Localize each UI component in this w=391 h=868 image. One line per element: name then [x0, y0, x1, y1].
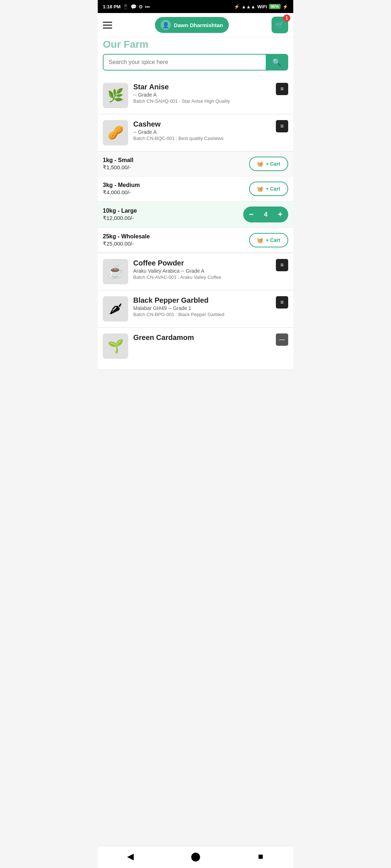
search-button[interactable]: 🔍: [266, 55, 287, 70]
details-icon-star-anise[interactable]: ≡: [276, 83, 288, 95]
details-icon-black-pepper[interactable]: ≡: [276, 296, 288, 309]
size-info-3kg: 3kg - Medium ₹4,000.00/-: [103, 182, 140, 196]
qty-value-10kg: 4: [259, 211, 272, 218]
product-name-cashew: Cashew: [133, 120, 271, 128]
product-item-green-cardamom: 🌱 Green Cardamom —: [98, 328, 293, 370]
product-grade-coffee-powder: Araku Valley Arabica -- Grade A: [133, 268, 271, 274]
add-cart-label-3kg: + Cart: [266, 186, 280, 192]
add-cart-button-3kg[interactable]: 🧺 + Cart: [249, 182, 288, 196]
cart-badge: 1: [283, 14, 290, 22]
product-image-coffee-powder: ☕: [103, 259, 128, 284]
product-batch-star-anise: Batch CN-SAHQ-001 : Star Anise High Qual…: [133, 98, 271, 104]
page-title: Our Farm: [103, 39, 288, 50]
header: 👤 Dawn Dharmishtan 🛒 1: [98, 13, 293, 37]
bluetooth-icon: ⚡: [234, 4, 240, 9]
product-info-black-pepper: Black Pepper Garbled Malabar GI#49 -- Gr…: [133, 296, 271, 317]
product-item-coffee-powder: ☕ Coffee Powder Araku Valley Arabica -- …: [98, 253, 293, 290]
product-grade-star-anise: -- Grade A: [133, 92, 271, 98]
dots-icon: •••: [145, 4, 150, 9]
product-info-coffee-powder: Coffee Powder Araku Valley Arabica -- Gr…: [133, 259, 271, 280]
whatsapp-icon: 📱: [123, 4, 129, 9]
size-row-10kg: 10kg - Large ₹12,000.00/- − 4 +: [98, 201, 293, 228]
user-avatar-icon: 👤: [161, 20, 171, 30]
basket-icon-1kg: 🧺: [257, 161, 263, 167]
qty-control-10kg: − 4 +: [243, 207, 288, 222]
product-info-green-cardamom: Green Cardamom: [133, 333, 271, 342]
status-left: 1:18 PM 📱 💬 ⊙ •••: [103, 4, 150, 9]
cashew-size-options: 1kg - Small ₹1,500.00/- 🧺 + Cart 3kg - M…: [98, 152, 293, 253]
size-price-3kg: ₹4,000.00/-: [103, 189, 140, 196]
product-list: 🌿 Star Anise -- Grade A Batch CN-SAHQ-00…: [98, 77, 293, 370]
size-price-10kg: ₹12,000.00/-: [103, 215, 137, 221]
status-right: ⚡ ▲▲▲ WiFi 95% ⚡: [234, 4, 288, 9]
product-info-cashew: Cashew -- Grade A Batch CN-BQC-001 : Bes…: [133, 120, 271, 141]
product-image-green-cardamom: 🌱: [103, 333, 128, 359]
size-label-10kg: 10kg - Large: [103, 208, 137, 214]
menu-button[interactable]: [103, 22, 112, 29]
product-item-star-anise: 🌿 Star Anise -- Grade A Batch CN-SAHQ-00…: [98, 77, 293, 114]
product-item-black-pepper: 🌶 Black Pepper Garbled Malabar GI#49 -- …: [98, 290, 293, 328]
size-row-1kg: 1kg - Small ₹1,500.00/- 🧺 + Cart: [98, 152, 293, 176]
add-cart-button-1kg[interactable]: 🧺 + Cart: [249, 157, 288, 171]
size-row-3kg: 3kg - Medium ₹4,000.00/- 🧺 + Cart: [98, 176, 293, 201]
size-info-1kg: 1kg - Small ₹1,500.00/-: [103, 157, 133, 171]
details-icon-cashew[interactable]: ≡: [276, 120, 288, 132]
details-icon-coffee-powder[interactable]: ≡: [276, 259, 288, 271]
product-image-cashew: 🥜: [103, 120, 128, 145]
product-batch-cashew: Batch CN-BQC-001 : Best quality Cashews: [133, 136, 271, 141]
user-name-label: Dawn Dharmishtan: [174, 22, 223, 28]
search-bar: 🔍: [103, 54, 288, 71]
cart-button[interactable]: 🛒 1: [272, 17, 288, 33]
product-grade-black-pepper: Malabar GI#49 -- Grade 1: [133, 305, 271, 311]
circle-icon: ⊙: [139, 4, 143, 9]
search-icon: 🔍: [272, 58, 281, 67]
basket-icon-3kg: 🧺: [257, 186, 263, 192]
size-price-25kg: ₹25,000.00/-: [103, 241, 150, 247]
add-cart-label-25kg: + Cart: [266, 237, 280, 243]
qty-increase-10kg[interactable]: +: [272, 207, 288, 222]
message-icon: 💬: [131, 4, 136, 9]
product-item-cashew: 🥜 Cashew -- Grade A Batch CN-BQC-001 : B…: [98, 114, 293, 152]
search-input[interactable]: [104, 55, 266, 70]
search-area: 🔍: [98, 50, 293, 77]
size-row-25kg: 25kg - Wholesale ₹25,000.00/- 🧺 + Cart: [98, 228, 293, 253]
size-label-1kg: 1kg - Small: [103, 157, 133, 163]
product-info-star-anise: Star Anise -- Grade A Batch CN-SAHQ-001 …: [133, 83, 271, 104]
page-title-area: Our Farm: [98, 37, 293, 50]
product-batch-black-pepper: Batch CN-BPG-001 : Black Pepper Garbled: [133, 312, 271, 317]
signal-icon: ▲▲▲: [241, 4, 256, 9]
product-name-star-anise: Star Anise: [133, 83, 271, 91]
qty-decrease-10kg[interactable]: −: [243, 207, 259, 222]
details-icon-green-cardamom[interactable]: —: [276, 333, 288, 346]
charge-icon: ⚡: [282, 4, 288, 9]
size-label-25kg: 25kg - Wholesale: [103, 233, 150, 240]
product-image-black-pepper: 🌶: [103, 296, 128, 322]
size-info-10kg: 10kg - Large ₹12,000.00/-: [103, 208, 137, 221]
product-image-star-anise: 🌿: [103, 83, 128, 108]
wifi-icon: WiFi: [257, 4, 267, 9]
size-label-3kg: 3kg - Medium: [103, 182, 140, 188]
add-cart-button-25kg[interactable]: 🧺 + Cart: [249, 233, 288, 247]
product-name-green-cardamom: Green Cardamom: [133, 333, 271, 342]
product-batch-coffee-powder: Batch CN-AVAC-001 : Araku Valley Coffee: [133, 275, 271, 280]
status-time: 1:18 PM: [103, 4, 121, 9]
user-profile-button[interactable]: 👤 Dawn Dharmishtan: [155, 17, 229, 33]
basket-icon-25kg: 🧺: [257, 237, 263, 243]
size-info-25kg: 25kg - Wholesale ₹25,000.00/-: [103, 233, 150, 247]
status-bar: 1:18 PM 📱 💬 ⊙ ••• ⚡ ▲▲▲ WiFi 95% ⚡: [98, 0, 293, 13]
cart-icon: 🛒: [275, 21, 284, 29]
product-name-black-pepper: Black Pepper Garbled: [133, 296, 271, 305]
size-price-1kg: ₹1,500.00/-: [103, 164, 133, 171]
battery-indicator: 95%: [269, 4, 281, 9]
add-cart-label-1kg: + Cart: [266, 161, 280, 167]
product-grade-cashew: -- Grade A: [133, 129, 271, 135]
product-name-coffee-powder: Coffee Powder: [133, 259, 271, 267]
